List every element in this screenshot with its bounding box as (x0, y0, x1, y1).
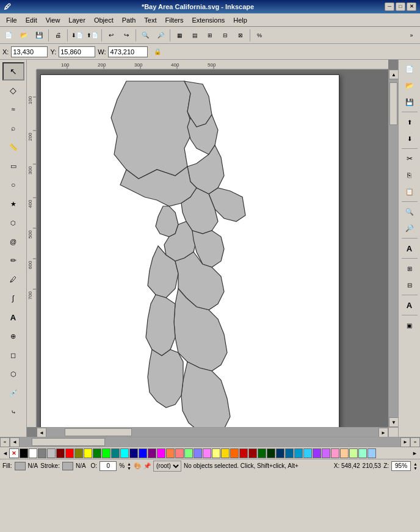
hscroll-expand-right[interactable]: » (410, 437, 420, 447)
pal-forest-green[interactable] (267, 448, 275, 458)
menu-path[interactable]: Path (118, 15, 140, 25)
rt-grid[interactable]: ⊞ (400, 261, 419, 276)
node-tool-button[interactable]: ◇ (2, 81, 24, 99)
pal-dark-blue[interactable] (276, 448, 284, 458)
stroke-swatch[interactable] (62, 462, 73, 470)
text-tool-button[interactable]: A (2, 308, 24, 326)
pal-maroon[interactable] (56, 448, 65, 458)
save-button[interactable]: 💾 (32, 28, 46, 43)
pal-gray[interactable] (38, 448, 46, 458)
pal-light-green[interactable] (184, 448, 193, 458)
fill-swatch[interactable] (15, 462, 26, 470)
scroll-down-button[interactable]: ▼ (389, 417, 398, 427)
pal-light-blue[interactable] (194, 448, 202, 458)
open-button[interactable]: 📂 (16, 28, 31, 43)
zoom-tool-button[interactable]: ⌕ (2, 119, 24, 137)
palette-no-color[interactable]: ✕ (9, 448, 19, 458)
pal-yellow[interactable] (84, 448, 92, 458)
rt-text[interactable]: A (400, 240, 419, 256)
x-input[interactable] (11, 46, 48, 57)
w-input[interactable] (108, 46, 148, 57)
tb-icon1[interactable]: ▦ (172, 28, 187, 43)
zoom-out-button[interactable]: 🔎 (153, 28, 168, 43)
pal-gold[interactable] (221, 448, 230, 458)
pal-green[interactable] (93, 448, 101, 458)
pal-light-yellow[interactable] (212, 448, 220, 458)
palette-scroll-right[interactable]: ► (411, 450, 419, 456)
menu-help[interactable]: Help (230, 15, 251, 25)
menu-file[interactable]: File (2, 15, 21, 25)
hscroll-expand-left[interactable]: « (0, 437, 10, 447)
menu-object[interactable]: Object (90, 15, 117, 25)
zoom-input[interactable] (391, 461, 411, 471)
undo-button[interactable]: ↩ (104, 28, 118, 43)
rect-tool-button[interactable]: ▭ (2, 157, 24, 175)
pal-rose[interactable] (331, 448, 339, 458)
region-sf-marin[interactable] (156, 206, 178, 237)
rt-align[interactable]: ⊟ (400, 277, 419, 293)
tb-icon6[interactable]: % (252, 28, 267, 43)
vertical-scrollbar[interactable]: ▲ ▼ (388, 70, 398, 427)
pal-lavender[interactable] (322, 448, 330, 458)
print-button[interactable]: 🖨 (51, 28, 65, 43)
scroll-track-h[interactable] (46, 428, 378, 437)
pal-dark-green[interactable] (258, 448, 266, 458)
tweak-tool-button[interactable]: ≈ (2, 100, 24, 118)
rt-copy[interactable]: ⎘ (400, 167, 419, 183)
eraser-tool-button[interactable]: ◻ (2, 346, 24, 364)
hscroll-thumb[interactable] (32, 438, 105, 446)
tb-icon2[interactable]: ▤ (187, 28, 202, 43)
zoom-in-button[interactable]: 🔍 (138, 28, 153, 43)
palette-scroll-left[interactable]: ◄ (1, 450, 9, 456)
pal-periwinkle[interactable] (368, 448, 376, 458)
connector-tool-button[interactable]: ⤷ (2, 403, 24, 421)
new-button[interactable]: 📄 (1, 28, 16, 43)
hscroll-right-btn[interactable]: ► (400, 437, 410, 447)
pal-mint[interactable] (349, 448, 358, 458)
scroll-left-button[interactable]: ◄ (37, 428, 46, 437)
pal-seafoam[interactable] (358, 448, 367, 458)
tb-icon4[interactable]: ⊟ (218, 28, 233, 43)
redo-button[interactable]: ↪ (119, 28, 134, 43)
pal-violet[interactable] (313, 448, 321, 458)
pal-black[interactable] (20, 448, 28, 458)
status-icon1[interactable]: 🎨 (134, 462, 141, 469)
toolbar-overflow[interactable]: » (404, 28, 419, 43)
layer-selector[interactable]: (root) (153, 461, 181, 472)
menu-filters[interactable]: Filters (162, 15, 187, 25)
pal-light-purple[interactable] (203, 448, 211, 458)
pal-steel-blue[interactable] (285, 448, 294, 458)
pal-teal[interactable] (111, 448, 120, 458)
selector-tool-button[interactable]: ↖ (2, 62, 24, 81)
pal-sky-blue[interactable] (294, 448, 303, 458)
measure-tool-button[interactable]: 📏 (2, 138, 24, 156)
rt-export[interactable]: ⬆ (400, 114, 419, 130)
pencil-tool-button[interactable]: ✏ (2, 251, 24, 270)
spiral-tool-button[interactable]: @ (2, 232, 24, 251)
rt-color[interactable]: A (400, 297, 419, 313)
pal-red[interactable] (65, 448, 74, 458)
close-button[interactable]: ✕ (407, 2, 416, 11)
tb-icon3[interactable]: ⊞ (203, 28, 217, 43)
status-icon2[interactable]: 📌 (143, 462, 151, 469)
canvas-area[interactable]: 100 200 300 400 500 100 200 300 (27, 60, 398, 437)
pen-tool-button[interactable]: 🖊 (2, 270, 24, 289)
rt-import[interactable]: ⬇ (400, 131, 419, 146)
pal-crimson[interactable] (239, 448, 248, 458)
pal-peach[interactable] (340, 448, 349, 458)
region-north[interactable] (111, 81, 194, 179)
pal-olive[interactable] (74, 448, 83, 458)
rt-open[interactable]: 📂 (400, 77, 419, 93)
pal-cornflower[interactable] (303, 448, 312, 458)
pal-dark-red[interactable] (248, 448, 257, 458)
circle-tool-button[interactable]: ○ (2, 176, 24, 194)
pal-purple[interactable] (148, 448, 156, 458)
minimize-button[interactable]: ─ (385, 2, 394, 11)
scroll-up-button[interactable]: ▲ (389, 70, 398, 79)
rt-obj-props[interactable]: ▣ (400, 317, 419, 333)
rt-cut[interactable]: ✂ (400, 151, 419, 167)
spray-tool-button[interactable]: ⊕ (2, 327, 24, 345)
opacity-up[interactable]: ▲▼ (127, 462, 131, 470)
scroll-thumb-v[interactable] (389, 82, 397, 125)
menu-text[interactable]: Text (140, 15, 160, 25)
